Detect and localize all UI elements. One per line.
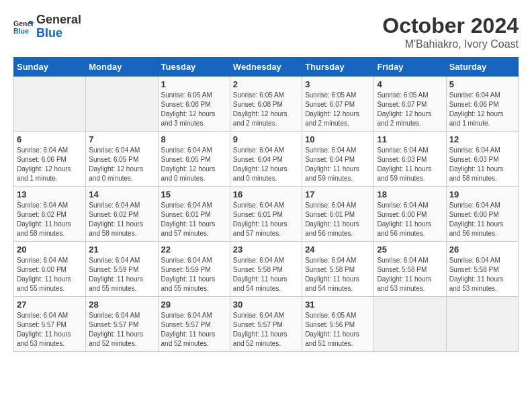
day-detail: Sunrise: 6:04 AM Sunset: 6:05 PM Dayligh… — [161, 146, 227, 183]
day-number: 14 — [89, 189, 154, 199]
header: General Blue General Blue October 2024 M… — [13, 13, 519, 50]
calendar-cell: 13Sunrise: 6:04 AM Sunset: 6:02 PM Dayli… — [14, 187, 86, 242]
svg-text:Blue: Blue — [13, 27, 29, 35]
day-detail: Sunrise: 6:05 AM Sunset: 6:08 PM Dayligh… — [233, 91, 299, 128]
day-detail: Sunrise: 6:05 AM Sunset: 6:07 PM Dayligh… — [305, 91, 371, 128]
title-area: October 2024 M'Bahiakro, Ivory Coast — [382, 13, 519, 50]
calendar-cell: 29Sunrise: 6:04 AM Sunset: 5:57 PM Dayli… — [158, 297, 230, 352]
day-number: 10 — [305, 134, 371, 144]
calendar-cell: 5Sunrise: 6:04 AM Sunset: 6:06 PM Daylig… — [446, 77, 518, 132]
calendar-week-row: 13Sunrise: 6:04 AM Sunset: 6:02 PM Dayli… — [14, 187, 519, 242]
calendar-cell — [446, 297, 518, 352]
day-detail: Sunrise: 6:04 AM Sunset: 5:57 PM Dayligh… — [161, 311, 227, 349]
logo-icon: General Blue — [13, 17, 34, 37]
day-number: 2 — [233, 79, 299, 89]
day-number: 17 — [305, 189, 371, 199]
calendar-cell: 22Sunrise: 6:04 AM Sunset: 5:59 PM Dayli… — [158, 242, 230, 297]
day-number: 8 — [161, 134, 227, 144]
calendar-cell: 10Sunrise: 6:04 AM Sunset: 6:04 PM Dayli… — [302, 132, 374, 187]
day-detail: Sunrise: 6:04 AM Sunset: 6:03 PM Dayligh… — [377, 146, 443, 183]
calendar-cell — [86, 77, 158, 132]
day-number: 31 — [305, 300, 371, 310]
calendar-table: SundayMondayTuesdayWednesdayThursdayFrid… — [13, 57, 519, 352]
calendar-week-row: 1Sunrise: 6:05 AM Sunset: 6:08 PM Daylig… — [14, 77, 519, 132]
calendar-cell: 24Sunrise: 6:04 AM Sunset: 5:58 PM Dayli… — [302, 242, 374, 297]
calendar-cell: 25Sunrise: 6:04 AM Sunset: 5:58 PM Dayli… — [374, 242, 446, 297]
calendar-cell: 16Sunrise: 6:04 AM Sunset: 6:01 PM Dayli… — [230, 187, 302, 242]
calendar-cell: 4Sunrise: 6:05 AM Sunset: 6:07 PM Daylig… — [374, 77, 446, 132]
day-detail: Sunrise: 6:04 AM Sunset: 6:04 PM Dayligh… — [233, 146, 299, 183]
day-number: 22 — [161, 244, 227, 255]
calendar-cell: 30Sunrise: 6:04 AM Sunset: 5:57 PM Dayli… — [230, 297, 302, 352]
calendar-cell: 2Sunrise: 6:05 AM Sunset: 6:08 PM Daylig… — [230, 77, 302, 132]
day-detail: Sunrise: 6:04 AM Sunset: 6:04 PM Dayligh… — [305, 146, 371, 183]
day-detail: Sunrise: 6:04 AM Sunset: 6:00 PM Dayligh… — [449, 201, 515, 238]
calendar-cell — [374, 297, 446, 352]
calendar-week-row: 6Sunrise: 6:04 AM Sunset: 6:06 PM Daylig… — [14, 132, 519, 187]
calendar-cell: 27Sunrise: 6:04 AM Sunset: 5:57 PM Dayli… — [14, 297, 86, 352]
day-detail: Sunrise: 6:05 AM Sunset: 6:07 PM Dayligh… — [377, 91, 443, 128]
day-number: 19 — [449, 189, 515, 199]
calendar-cell: 23Sunrise: 6:04 AM Sunset: 5:58 PM Dayli… — [230, 242, 302, 297]
calendar-cell: 14Sunrise: 6:04 AM Sunset: 6:02 PM Dayli… — [86, 187, 158, 242]
day-detail: Sunrise: 6:04 AM Sunset: 5:58 PM Dayligh… — [377, 256, 443, 293]
calendar-cell: 6Sunrise: 6:04 AM Sunset: 6:06 PM Daylig… — [14, 132, 86, 187]
day-detail: Sunrise: 6:04 AM Sunset: 6:03 PM Dayligh… — [449, 146, 515, 183]
day-number: 4 — [377, 79, 443, 89]
day-detail: Sunrise: 6:04 AM Sunset: 6:05 PM Dayligh… — [89, 146, 154, 183]
day-number: 11 — [377, 134, 443, 144]
day-detail: Sunrise: 6:04 AM Sunset: 6:06 PM Dayligh… — [449, 91, 515, 128]
day-number: 26 — [449, 244, 515, 255]
day-number: 16 — [233, 189, 299, 199]
day-number: 12 — [449, 134, 515, 144]
day-detail: Sunrise: 6:04 AM Sunset: 5:58 PM Dayligh… — [449, 256, 515, 293]
day-number: 3 — [305, 79, 371, 89]
calendar-cell: 18Sunrise: 6:04 AM Sunset: 6:00 PM Dayli… — [374, 187, 446, 242]
day-number: 20 — [17, 244, 83, 255]
calendar-cell: 8Sunrise: 6:04 AM Sunset: 6:05 PM Daylig… — [158, 132, 230, 187]
day-detail: Sunrise: 6:04 AM Sunset: 5:57 PM Dayligh… — [17, 311, 83, 349]
calendar-cell: 7Sunrise: 6:04 AM Sunset: 6:05 PM Daylig… — [86, 132, 158, 187]
day-number: 7 — [89, 134, 154, 144]
calendar-cell: 26Sunrise: 6:04 AM Sunset: 5:58 PM Dayli… — [446, 242, 518, 297]
day-detail: Sunrise: 6:04 AM Sunset: 6:02 PM Dayligh… — [17, 201, 83, 238]
day-detail: Sunrise: 6:05 AM Sunset: 6:08 PM Dayligh… — [161, 91, 227, 128]
calendar-cell: 3Sunrise: 6:05 AM Sunset: 6:07 PM Daylig… — [302, 77, 374, 132]
day-number: 1 — [161, 79, 227, 89]
day-header-row: SundayMondayTuesdayWednesdayThursdayFrid… — [14, 58, 519, 77]
day-detail: Sunrise: 6:04 AM Sunset: 5:59 PM Dayligh… — [161, 256, 227, 293]
calendar-cell: 9Sunrise: 6:04 AM Sunset: 6:04 PM Daylig… — [230, 132, 302, 187]
calendar-cell: 20Sunrise: 6:04 AM Sunset: 6:00 PM Dayli… — [14, 242, 86, 297]
day-number: 24 — [305, 244, 371, 255]
calendar-cell: 11Sunrise: 6:04 AM Sunset: 6:03 PM Dayli… — [374, 132, 446, 187]
day-number: 9 — [233, 134, 299, 144]
day-detail: Sunrise: 6:04 AM Sunset: 5:59 PM Dayligh… — [89, 256, 154, 293]
day-detail: Sunrise: 6:04 AM Sunset: 5:58 PM Dayligh… — [233, 256, 299, 293]
day-header-friday: Friday — [374, 58, 446, 77]
logo-text: General Blue — [36, 13, 81, 40]
day-detail: Sunrise: 6:04 AM Sunset: 5:58 PM Dayligh… — [305, 256, 371, 293]
day-number: 27 — [17, 300, 83, 310]
calendar-cell: 21Sunrise: 6:04 AM Sunset: 5:59 PM Dayli… — [86, 242, 158, 297]
day-detail: Sunrise: 6:04 AM Sunset: 6:00 PM Dayligh… — [377, 201, 443, 238]
calendar-cell: 17Sunrise: 6:04 AM Sunset: 6:01 PM Dayli… — [302, 187, 374, 242]
day-number: 21 — [89, 244, 154, 255]
day-number: 18 — [377, 189, 443, 199]
calendar-cell: 12Sunrise: 6:04 AM Sunset: 6:03 PM Dayli… — [446, 132, 518, 187]
day-header-sunday: Sunday — [14, 58, 86, 77]
day-detail: Sunrise: 6:04 AM Sunset: 6:01 PM Dayligh… — [233, 201, 299, 238]
day-number: 6 — [17, 134, 83, 144]
main-title: October 2024 — [382, 13, 519, 38]
day-number: 28 — [89, 300, 154, 310]
subtitle: M'Bahiakro, Ivory Coast — [382, 38, 519, 50]
calendar-cell: 1Sunrise: 6:05 AM Sunset: 6:08 PM Daylig… — [158, 77, 230, 132]
logo: General Blue General Blue — [13, 13, 81, 40]
day-detail: Sunrise: 6:04 AM Sunset: 6:02 PM Dayligh… — [89, 201, 154, 238]
day-detail: Sunrise: 6:05 AM Sunset: 5:56 PM Dayligh… — [305, 311, 371, 349]
day-number: 13 — [17, 189, 83, 199]
day-header-monday: Monday — [86, 58, 158, 77]
day-detail: Sunrise: 6:04 AM Sunset: 5:57 PM Dayligh… — [89, 311, 154, 349]
day-header-wednesday: Wednesday — [230, 58, 302, 77]
day-number: 15 — [161, 189, 227, 199]
calendar-week-row: 27Sunrise: 6:04 AM Sunset: 5:57 PM Dayli… — [14, 297, 519, 352]
